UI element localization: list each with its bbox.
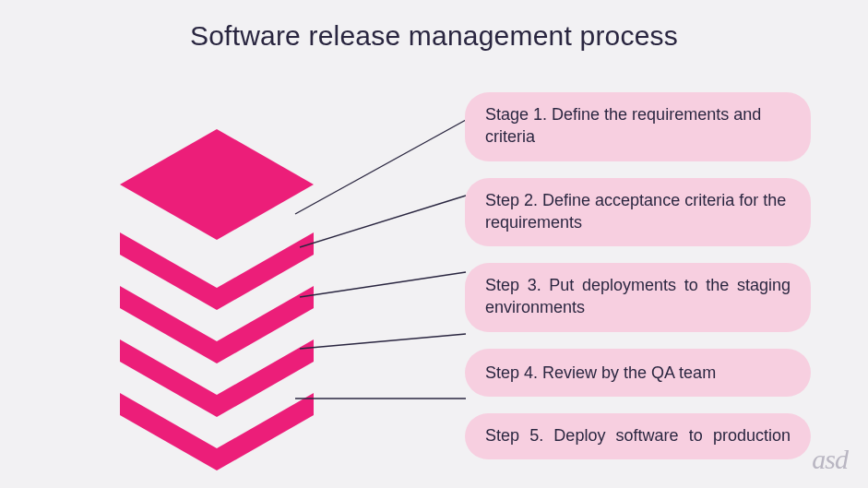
step-4-label: Step 4. Review by the QA team [485, 362, 791, 384]
step-1: Stage 1. Define the requirements and cri… [465, 92, 811, 161]
connector-4 [300, 334, 466, 349]
steps-list: Stage 1. Define the requirements and cri… [465, 92, 811, 459]
step-3: Step 3. Put deployments to the staging e… [465, 263, 811, 332]
step-2: Step 2. Define acceptance criteria for t… [465, 178, 811, 247]
step-3-label: Step 3. Put deployments to the staging e… [485, 274, 791, 319]
brand-logo: asd [812, 444, 848, 475]
layer-stack-icon [120, 129, 314, 443]
connector-2 [300, 196, 466, 247]
connector-3 [300, 272, 466, 297]
step-4: Step 4. Review by the QA team [465, 349, 811, 397]
step-5-label: Step 5. Deploy software to production [485, 424, 791, 446]
connector-1 [295, 120, 466, 214]
step-5: Step 5. Deploy software to production [465, 413, 811, 459]
step-2-label: Step 2. Define acceptance criteria for t… [485, 189, 791, 234]
svg-marker-4 [120, 393, 314, 470]
stack-layer-5 [120, 393, 314, 470]
stack-layer-1 [120, 129, 314, 240]
step-1-label: Stage 1. Define the requirements and cri… [485, 103, 791, 149]
svg-marker-0 [120, 129, 314, 240]
page-title: Software release management process [0, 20, 868, 52]
